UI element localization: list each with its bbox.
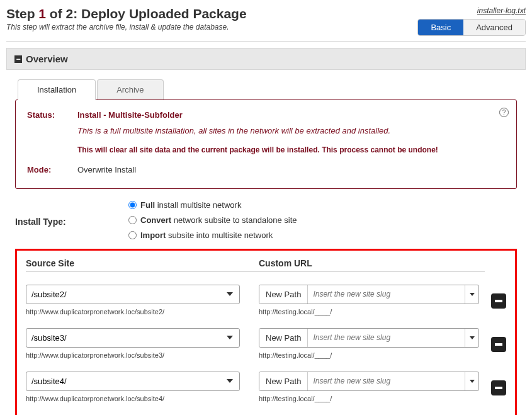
mode-toggle: Basic Advanced [417, 19, 526, 36]
install-type-label: Install Type: [15, 200, 128, 227]
tab-installation[interactable]: Installation [18, 79, 96, 100]
chevron-down-icon[interactable] [465, 372, 478, 390]
install-type-option[interactable]: Import subsite into multisite network [128, 230, 297, 240]
help-icon[interactable]: ? [499, 108, 509, 117]
chevron-down-icon[interactable] [465, 329, 478, 347]
table-row: /subsite2/http://www.duplicatorpronetwor… [26, 285, 506, 316]
source-site-select[interactable]: /subsite4/ [26, 372, 240, 391]
site-slug-input[interactable] [308, 372, 465, 390]
new-path-label: New Path [259, 285, 308, 304]
tab-archive[interactable]: Archive [97, 79, 163, 100]
target-url-hint: http://testing.local/____/ [259, 351, 485, 359]
custom-url-input-group: New Path [259, 328, 479, 348]
install-type-radio[interactable] [128, 231, 137, 239]
target-url-hint: http://testing.local/____/ [259, 308, 485, 316]
new-path-label: New Path [259, 329, 308, 347]
status-value: Install - Multisite-Subfolder [77, 109, 183, 122]
status-panel: ? Status: Install - Multisite-Subfolder … [15, 99, 517, 189]
page-subtitle: This step will extract the archive file,… [6, 23, 417, 31]
source-site-url: http://www.duplicatorpronetwork.loc/subs… [26, 395, 259, 402]
custom-url-input-group: New Path [259, 285, 479, 304]
new-path-label: New Path [259, 372, 308, 390]
table-row: /subsite3/http://www.duplicatorpronetwor… [26, 328, 506, 359]
url-mapping-panel: Source Site Custom URL /subsite2/http://… [15, 249, 517, 415]
chevron-down-icon[interactable] [465, 285, 478, 304]
minus-icon [495, 343, 502, 346]
step-title: Deploy Uploaded Package [81, 6, 247, 21]
source-site-url: http://www.duplicatorpronetwork.loc/subs… [26, 351, 259, 359]
install-type-option[interactable]: Full install multisite network [128, 200, 297, 210]
target-url-hint: http://testing.local/____/ [259, 395, 485, 402]
mode-value: Overwrite Install [77, 164, 136, 177]
source-site-select[interactable]: /subsite2/ [26, 285, 240, 304]
minus-icon [495, 300, 502, 302]
source-site-select[interactable]: /subsite3/ [26, 328, 240, 348]
step-prefix: Step [6, 6, 38, 21]
overview-label: Overview [26, 54, 68, 64]
custom-url-input-group: New Path [259, 372, 479, 391]
custom-url-header: Custom URL [259, 258, 485, 272]
table-row: /subsite4/http://www.duplicatorpronetwor… [26, 372, 506, 402]
step-mid: of 2: [46, 6, 81, 21]
installer-log-link[interactable]: installer-log.txt [477, 6, 526, 15]
status-warning: This will clear all site data and the cu… [77, 144, 505, 156]
mode-advanced-button[interactable]: Advanced [463, 20, 525, 35]
page-title: Step 1 of 2: Deploy Uploaded Package [6, 6, 417, 21]
install-type-radio[interactable] [128, 216, 137, 224]
status-description: This is a full multisite installation, a… [77, 125, 505, 138]
mode-label: Mode: [27, 164, 65, 177]
mode-basic-button[interactable]: Basic [418, 20, 463, 35]
install-type-radio[interactable] [128, 201, 137, 209]
source-site-url: http://www.duplicatorpronetwork.loc/subs… [26, 308, 259, 316]
step-number: 1 [38, 6, 46, 21]
remove-row-button[interactable] [491, 337, 506, 352]
collapse-icon: − [14, 55, 22, 63]
remove-row-button[interactable] [491, 293, 506, 309]
site-slug-input[interactable] [308, 285, 465, 304]
minus-icon [495, 387, 502, 389]
install-type-option[interactable]: Convert network subsite to standalone si… [128, 215, 297, 225]
source-site-header: Source Site [26, 258, 259, 272]
site-slug-input[interactable] [308, 329, 465, 347]
overview-toggle[interactable]: − Overview [6, 48, 526, 70]
status-label: Status: [27, 109, 65, 122]
remove-row-button[interactable] [491, 380, 506, 395]
